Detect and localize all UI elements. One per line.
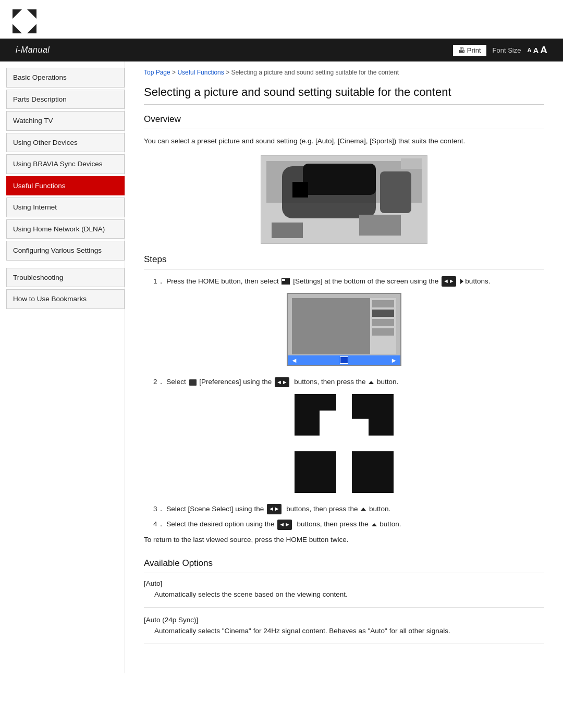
header-title: i-Manual <box>16 45 50 55</box>
menu-panel <box>370 298 396 354</box>
printer-icon: 🖶 <box>458 46 465 54</box>
breadcrumb-useful-functions[interactable]: Useful Functions <box>177 69 224 76</box>
steps-title: Steps <box>144 254 544 269</box>
pixel-icon-bl <box>295 451 336 493</box>
option-auto-desc: Automatically selects the scene based on… <box>144 589 544 600</box>
settings-icon <box>282 278 290 285</box>
pixel-icons-grid <box>295 394 394 493</box>
overview-section: Overview You can select a preset picture… <box>144 114 544 244</box>
step-2-text: Select [Preferences] using the ◄► button… <box>166 378 398 386</box>
option-auto-24p: [Auto (24p Sync)] Automatically selects … <box>144 616 544 644</box>
step-2: 2． Select [Preferences] using the ◄► but… <box>144 376 544 388</box>
logo-sq-br <box>27 24 36 33</box>
logo-sq-tl <box>13 9 22 19</box>
up-arrow-icon-4 <box>372 523 377 526</box>
overview-title: Overview <box>144 114 544 129</box>
available-options-section: Available Options [Auto] Automatically s… <box>144 558 544 645</box>
print-label: Print <box>467 46 481 54</box>
breadcrumb-current: Selecting a picture and sound setting su… <box>231 69 399 76</box>
sidebar-item-useful-functions[interactable]: Useful Functions <box>6 176 125 196</box>
lr-buttons-icon: ◄► <box>442 276 456 287</box>
screen-inner <box>292 298 374 354</box>
menu-row-3 <box>372 319 394 326</box>
content-area: Top Page > Useful Functions > Selecting … <box>125 61 563 673</box>
nav-right-arrow: ► <box>390 356 397 364</box>
nav-icon-home <box>340 356 348 364</box>
step-2-number: 2． <box>153 378 165 386</box>
sidebar: Basic Operations Parts Description Watch… <box>0 61 125 673</box>
option-auto-24p-desc: Automatically selects "Cinema" for 24Hz … <box>144 626 544 636</box>
option-auto-label: [Auto] <box>144 579 544 587</box>
step-2-image <box>144 394 544 493</box>
step-3-number: 3． <box>153 505 165 513</box>
header-bar: i-Manual 🖶 Print Font Size A A A <box>0 39 563 61</box>
step-1: 1． Press the HOME button, then select [S… <box>144 276 544 287</box>
sidebar-divider <box>6 263 125 268</box>
menu-row-2 <box>372 310 394 317</box>
up-arrow-icon-3 <box>361 508 366 511</box>
pixel-icon-tl <box>295 394 336 436</box>
print-button[interactable]: 🖶 Print <box>453 45 486 56</box>
sidebar-item-how-to-use-bookmarks[interactable]: How to Use Bookmarks <box>6 289 125 309</box>
main-layout: Basic Operations Parts Description Watch… <box>0 61 563 673</box>
lr-buttons-3: ◄► <box>267 504 282 514</box>
logo-sq-bl <box>13 24 22 33</box>
overview-image <box>261 155 427 244</box>
step-4-text: Select the desired option using the ◄► b… <box>166 520 401 528</box>
logo <box>13 9 36 33</box>
up-arrow-icon <box>369 381 374 384</box>
menu-row-1 <box>372 300 394 307</box>
pixel-icon-br <box>352 451 394 493</box>
font-size-medium[interactable]: A <box>533 46 538 55</box>
pixel-icon-tr <box>352 394 394 436</box>
nav-left-arrow: ◄ <box>291 356 298 364</box>
menu-row-4 <box>372 328 394 336</box>
lr-buttons-2: ◄► <box>275 377 289 388</box>
overview-text: You can select a preset picture and soun… <box>144 135 544 147</box>
logo-sq-tr <box>27 9 36 19</box>
sidebar-item-troubleshooting[interactable]: Troubleshooting <box>6 268 125 288</box>
step-1-number: 1． <box>153 277 165 285</box>
sidebar-item-using-home-network[interactable]: Using Home Network (DLNA) <box>6 219 125 239</box>
right-arrow-icon <box>460 279 463 284</box>
option-auto: [Auto] Automatically selects the scene b… <box>144 579 544 608</box>
sidebar-item-watching-tv[interactable]: Watching TV <box>6 111 125 131</box>
sidebar-item-using-bravia-sync[interactable]: Using BRAVIA Sync Devices <box>6 154 125 174</box>
option-auto-24p-label: [Auto (24p Sync)] <box>144 616 544 624</box>
nav-bar: ◄ ► <box>288 355 400 365</box>
step-1-text: Press the HOME button, then select [Sett… <box>166 277 490 285</box>
sidebar-item-using-internet[interactable]: Using Internet <box>6 198 125 217</box>
step-screen: ◄ ► <box>287 293 401 366</box>
font-size-large[interactable]: A <box>540 44 547 56</box>
breadcrumb: Top Page > Useful Functions > Selecting … <box>144 69 544 76</box>
lr-buttons-4: ◄► <box>277 520 292 530</box>
font-size-controls: A A A <box>527 44 547 56</box>
steps-section: Steps 1． Press the HOME button, then sel… <box>144 254 544 546</box>
font-size-label: Font Size <box>493 46 521 54</box>
font-size-small[interactable]: A <box>527 47 531 53</box>
available-options-title: Available Options <box>144 558 544 573</box>
breadcrumb-sep1: > <box>172 69 177 76</box>
breadcrumb-top-page[interactable]: Top Page <box>144 69 170 76</box>
page-title: Selecting a picture and sound setting su… <box>144 85 544 105</box>
sidebar-item-using-other-devices[interactable]: Using Other Devices <box>6 133 125 153</box>
return-text: To return to the last viewed source, pre… <box>144 534 544 546</box>
header-right: 🖶 Print Font Size A A A <box>453 44 547 56</box>
step-3-text: Select [Scene Select] using the ◄► butto… <box>166 505 390 513</box>
step-3: 3． Select [Scene Select] using the ◄► bu… <box>144 503 544 515</box>
step-4: 4． Select the desired option using the ◄… <box>144 519 544 530</box>
logo-area <box>0 0 563 39</box>
sidebar-item-parts-description[interactable]: Parts Description <box>6 90 125 109</box>
breadcrumb-sep2: > <box>226 69 231 76</box>
sidebar-item-configuring-various-settings[interactable]: Configuring Various Settings <box>6 241 125 261</box>
sidebar-item-basic-operations[interactable]: Basic Operations <box>6 68 125 88</box>
step-1-image: ◄ ► <box>144 293 544 366</box>
step-4-number: 4． <box>153 520 165 528</box>
preferences-icon <box>189 379 197 386</box>
